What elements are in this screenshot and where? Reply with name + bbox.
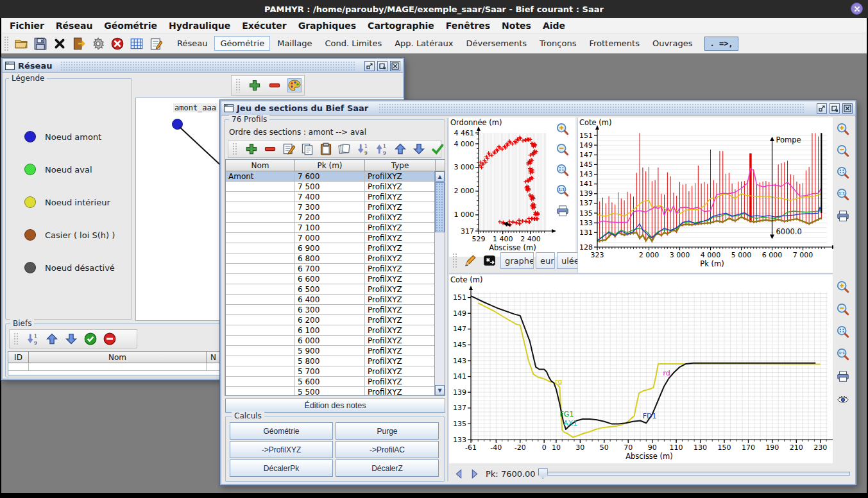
zoom-out-icon[interactable] xyxy=(554,141,571,158)
calculs-button-g-om-trie[interactable]: Géométrie xyxy=(230,422,333,440)
open-folder-icon[interactable] xyxy=(13,36,29,51)
sections-table-scrollbar[interactable]: ▲ ▼ xyxy=(434,171,445,395)
close-window-button[interactable] xyxy=(842,103,853,114)
table-row[interactable]: 6 300ProfilXYZ xyxy=(226,305,445,315)
calculs-button--profilxyz[interactable]: ->ProfilXYZ xyxy=(230,441,333,458)
plots-splitter[interactable] xyxy=(449,273,833,274)
table-row[interactable]: 7 200ProfilXYZ xyxy=(226,212,445,223)
add-plus-icon[interactable] xyxy=(248,78,262,92)
table-row[interactable]: 7 000ProfilXYZ xyxy=(226,233,445,243)
pk-slider-track[interactable] xyxy=(538,472,850,476)
visibility-eye-icon[interactable] xyxy=(835,391,851,408)
toolbar-button-maillage[interactable]: Maillage xyxy=(271,36,318,51)
table-row[interactable]: 7 300ProfilXYZ xyxy=(226,202,445,212)
toolbar-button-ouvrages[interactable]: Ouvrages xyxy=(647,36,699,51)
menu-géométrie[interactable]: Géométrie xyxy=(98,21,163,31)
menu-notes[interactable]: Notes xyxy=(496,21,537,31)
print-icon[interactable] xyxy=(554,203,571,219)
profils-toolbar-drag-handle[interactable] xyxy=(232,142,238,155)
calculs-button-d-calerz[interactable]: DécalerZ xyxy=(336,459,439,477)
zoom-one-icon[interactable]: 1:1 xyxy=(554,182,571,199)
zoom-one-icon[interactable]: 1:1 xyxy=(835,346,851,363)
pencil-edit-icon[interactable] xyxy=(463,253,478,268)
table-row[interactable]: 5 800ProfilXYZ xyxy=(226,356,445,366)
longitudinal-plot[interactable]: 1511491471451431411391371351331311283232… xyxy=(578,117,833,273)
table-row[interactable]: 6 200ProfilXYZ xyxy=(226,315,445,325)
table-row[interactable]: 6 000ProfilXYZ xyxy=(226,336,445,346)
paste-icon[interactable] xyxy=(319,142,333,156)
table-grid-icon[interactable] xyxy=(129,36,144,51)
minimize-button[interactable] xyxy=(817,103,827,114)
menu-exécuter[interactable]: Exécuter xyxy=(236,21,292,31)
scroll-up-button[interactable]: ▲ xyxy=(435,171,445,182)
notes-button[interactable]: Édition des notes xyxy=(225,399,445,413)
menu-graphiques[interactable]: Graphiques xyxy=(293,21,362,31)
calculs-button--profilac[interactable]: ->ProfilAC xyxy=(336,441,439,458)
pk-slider[interactable] xyxy=(538,468,854,479)
duplicate-icon[interactable] xyxy=(337,142,352,156)
symbol-button[interactable]: . =>, xyxy=(704,37,738,51)
menu-fenêtres[interactable]: Fenêtres xyxy=(440,21,496,31)
table-row[interactable]: 6 500ProfilXYZ xyxy=(226,284,445,295)
close-red-icon[interactable] xyxy=(110,36,125,51)
table-row[interactable]: 7 400ProfilXYZ xyxy=(226,192,445,202)
table-row[interactable]: 5 500ProfilXYZ xyxy=(226,387,445,396)
save-icon[interactable] xyxy=(33,36,48,51)
toolbar-button-g-om-trie[interactable]: Géométrie xyxy=(214,36,270,51)
maximize-button[interactable] xyxy=(377,61,387,71)
zoom-out-icon[interactable] xyxy=(835,301,851,318)
panel-splitter[interactable] xyxy=(447,118,448,481)
quit-door-icon[interactable] xyxy=(71,36,87,51)
table-row[interactable]: 7 500ProfilXYZ xyxy=(226,182,445,192)
palette-icon[interactable] xyxy=(287,78,302,92)
plot-tab-eur[interactable]: eur xyxy=(536,252,555,269)
toolbar-button-d-versements[interactable]: Déversements xyxy=(460,36,532,51)
zoom-in-icon[interactable] xyxy=(835,279,851,295)
sections-window-titlebar[interactable]: Jeu de sections du Bief Saar xyxy=(221,101,855,116)
scroll-down-button[interactable]: ▼ xyxy=(435,385,445,395)
pk-slider-thumb[interactable] xyxy=(538,468,548,479)
delete-cross-icon[interactable] xyxy=(52,36,67,51)
table-row[interactable]: 5 900ProfilXYZ xyxy=(226,346,445,356)
scroll-thumb[interactable] xyxy=(435,182,445,232)
move-up-icon[interactable] xyxy=(45,332,59,346)
menu-fichier[interactable]: Fichier xyxy=(4,21,50,31)
zoom-out-icon[interactable] xyxy=(835,142,851,159)
add-plus-icon[interactable] xyxy=(244,142,259,156)
minimize-button[interactable] xyxy=(364,61,375,71)
minus-circle-icon[interactable] xyxy=(103,332,117,346)
menu-réseau[interactable]: Réseau xyxy=(50,21,99,31)
tabs-drag-handle[interactable] xyxy=(452,253,458,268)
menu-aide[interactable]: Aide xyxy=(537,21,571,31)
col-pk[interactable]: Pk (m) xyxy=(295,160,365,171)
edit-sheet-icon[interactable] xyxy=(282,142,296,156)
toolbar-button-tron-ons[interactable]: Tronçons xyxy=(534,36,582,51)
table-row[interactable]: Amont7 600ProfilXYZ xyxy=(226,171,445,182)
reseau-window-titlebar[interactable]: Réseau xyxy=(3,59,403,73)
move-down-icon[interactable] xyxy=(412,142,426,156)
table-row[interactable]: 6 700ProfilXYZ xyxy=(226,264,445,274)
biefs-col-id[interactable]: ID xyxy=(8,352,29,363)
table-row[interactable]: 6 100ProfilXYZ xyxy=(226,325,445,336)
zoom-in-icon[interactable] xyxy=(554,121,571,137)
col-type[interactable]: Type xyxy=(365,160,436,171)
validate-check-icon[interactable] xyxy=(430,142,445,156)
table-row[interactable]: 7 100ProfilXYZ xyxy=(226,223,445,233)
zoom-fit-icon[interactable] xyxy=(554,162,571,178)
print-icon[interactable] xyxy=(835,208,851,225)
biefs-col-nom[interactable]: Nom xyxy=(29,352,207,363)
table-row[interactable]: 6 800ProfilXYZ xyxy=(226,253,445,264)
copy-icon[interactable] xyxy=(300,142,314,156)
toolbar-button-frottements[interactable]: Frottements xyxy=(583,36,645,51)
zoom-fit-icon[interactable] xyxy=(835,323,851,340)
remove-minus-icon[interactable] xyxy=(268,78,282,92)
sort-asc-icon[interactable]: 19 xyxy=(375,142,389,156)
print-icon[interactable] xyxy=(835,368,851,385)
cross-section-plot[interactable]: 151149147145143141139137135133-61-40-200… xyxy=(449,275,833,463)
maximize-button[interactable] xyxy=(830,103,840,114)
app-close-button[interactable] xyxy=(851,3,863,15)
toolbar-button-r-seau[interactable]: Réseau xyxy=(171,36,213,51)
sections-table[interactable]: Nom Pk (m) Type Amont7 600ProfilXYZ7 500… xyxy=(225,159,445,396)
canvas-toolbar-drag-handle[interactable] xyxy=(235,78,241,92)
calculs-button-d-calerpk[interactable]: DécalerPk xyxy=(230,459,333,477)
